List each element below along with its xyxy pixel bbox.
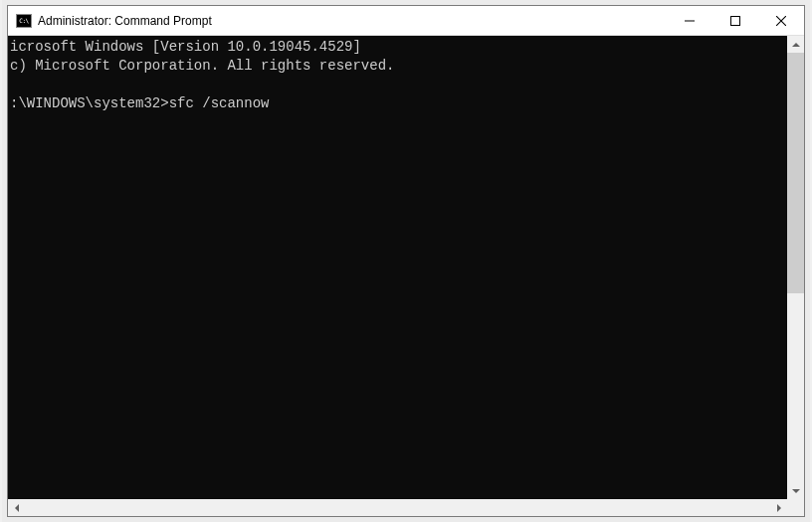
horizontal-scroll-thumb[interactable]: [25, 499, 770, 516]
prompt-line: :\WINDOWS\system32>sfc /scannow: [10, 95, 269, 111]
console-output[interactable]: icrosoft Windows [Version 10.0.19045.452…: [8, 36, 787, 499]
content-area: icrosoft Windows [Version 10.0.19045.452…: [8, 36, 804, 516]
console-line: icrosoft Windows [Version 10.0.19045.452…: [10, 39, 361, 55]
window-controls: [667, 6, 804, 35]
prompt-path: :\WINDOWS\system32>: [10, 95, 169, 111]
close-icon: [776, 16, 786, 26]
chevron-down-icon: [791, 486, 801, 496]
bottom-scroll-row: [8, 499, 804, 516]
console-line: c) Microsoft Corporation. All rights res…: [10, 58, 394, 74]
scroll-right-button[interactable]: [770, 499, 787, 516]
window-title: Administrator: Command Prompt: [38, 14, 212, 28]
cmd-icon-glyph: C:\: [19, 18, 28, 24]
vertical-scroll-track[interactable]: [787, 53, 804, 482]
console-row: icrosoft Windows [Version 10.0.19045.452…: [8, 36, 804, 499]
close-button[interactable]: [758, 6, 804, 35]
chevron-right-icon: [774, 503, 784, 513]
svg-rect-0: [685, 20, 695, 21]
horizontal-scrollbar[interactable]: [8, 499, 787, 516]
horizontal-scroll-track[interactable]: [25, 499, 770, 516]
scroll-down-button[interactable]: [787, 482, 804, 499]
vertical-scroll-thumb[interactable]: [787, 53, 804, 293]
minimize-icon: [685, 16, 695, 26]
vertical-scrollbar[interactable]: [787, 36, 804, 499]
title-left: C:\ Administrator: Command Prompt: [8, 14, 667, 28]
maximize-button[interactable]: [712, 6, 758, 35]
typed-command: sfc /scannow: [169, 95, 270, 111]
titlebar[interactable]: C:\ Administrator: Command Prompt: [8, 6, 804, 36]
command-prompt-window: C:\ Administrator: Command Prompt icroso…: [7, 5, 805, 517]
scroll-up-button[interactable]: [787, 36, 804, 53]
cmd-icon: C:\: [16, 14, 32, 28]
svg-rect-1: [731, 16, 740, 25]
scroll-corner: [787, 499, 804, 516]
scroll-left-button[interactable]: [8, 499, 25, 516]
minimize-button[interactable]: [667, 6, 712, 35]
maximize-icon: [730, 16, 740, 26]
chevron-up-icon: [791, 40, 801, 50]
chevron-left-icon: [12, 503, 22, 513]
